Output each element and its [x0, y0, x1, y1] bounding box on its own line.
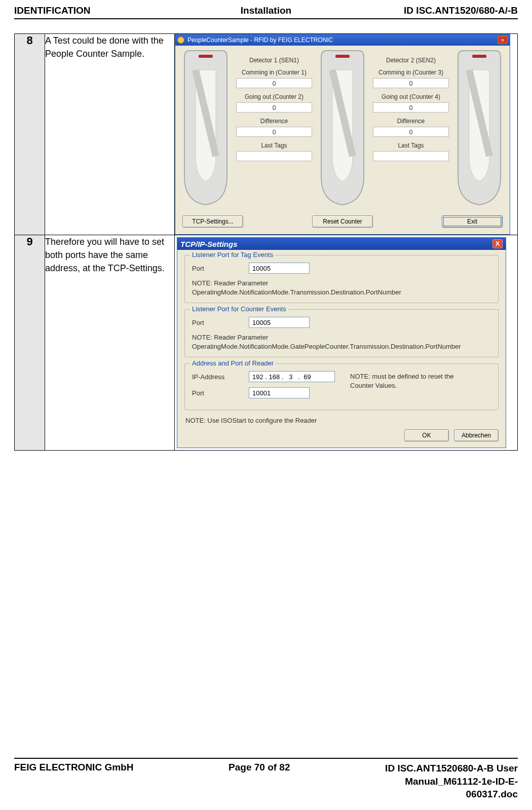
- window-title: PeopleCounterSample - RFID by FEIG ELECT…: [187, 36, 333, 44]
- gate-middle-image: [317, 50, 368, 207]
- port-label: Port: [192, 319, 239, 326]
- detector-1-panel: Detector 1 (SEN1) Comming in (Counter 1)…: [232, 50, 316, 211]
- detector-2-panel: Detector 2 (SEN2) Comming in (Counter 3)…: [369, 50, 453, 211]
- counter-4-label: Going out (Counter 4): [369, 93, 453, 100]
- header-right: ID ISC.ANT1520/680-A/-B: [350, 5, 518, 16]
- close-icon[interactable]: X: [492, 239, 503, 248]
- counter-port-input[interactable]: [249, 317, 310, 328]
- counter-1-value: 0: [236, 78, 312, 88]
- counter-1-label: Comming in (Counter 1): [232, 69, 316, 76]
- footer-center: Page 70 of 82: [229, 762, 290, 801]
- table-row: 9 Therefore you will have to set both po…: [15, 235, 518, 451]
- step-screenshot: TCP/IP-Settings X Listener Port for Tag …: [175, 235, 518, 451]
- group-legend: Listener Port for Counter Events: [190, 305, 288, 313]
- last-tags-2-field[interactable]: [373, 151, 449, 161]
- footer-right: ID ISC.ANT1520680-A-B User Manual_M61112…: [385, 762, 518, 801]
- counter-3-value: 0: [373, 78, 449, 88]
- step-screenshot: PeopleCounterSample - RFID by FEIG ELECT…: [175, 34, 518, 235]
- counter-2-value: 0: [236, 102, 312, 113]
- app-icon: [177, 36, 184, 44]
- detector-2-title: Detector 2 (SEN2): [369, 57, 453, 64]
- steps-table: 8 A Test could be done with the People C…: [14, 33, 518, 451]
- titlebar: PeopleCounterSample - RFID by FEIG ELECT…: [175, 34, 510, 46]
- header-left: IDENTIFICATION: [14, 5, 182, 16]
- difference-2-value: 0: [373, 127, 449, 137]
- last-tags-1-label: Last Tags: [232, 142, 316, 149]
- isostart-note: NOTE: Use ISOStart to configure the Read…: [185, 416, 499, 425]
- tag-port-input[interactable]: [249, 263, 310, 274]
- counter-4-value: 0: [373, 102, 449, 113]
- close-icon[interactable]: ×: [498, 36, 508, 44]
- ok-button[interactable]: OK: [404, 429, 449, 441]
- ip-address-label: IP-Address: [192, 373, 239, 381]
- people-counter-window: PeopleCounterSample - RFID by FEIG ELECT…: [175, 34, 510, 235]
- svg-rect-2: [335, 55, 350, 58]
- last-tags-1-field[interactable]: [236, 151, 312, 161]
- detector-1-title: Detector 1 (SEN1): [232, 57, 316, 64]
- counter-port-note: NOTE: Reader Parameter OperatingMode.Not…: [192, 333, 491, 351]
- last-tags-2-label: Last Tags: [369, 142, 453, 149]
- svg-rect-0: [199, 55, 213, 58]
- gate-right-image: [454, 50, 505, 207]
- reader-note: NOTE: must be defined to reset the Count…: [350, 371, 457, 390]
- step-number: 9: [15, 235, 45, 451]
- tcp-ip-settings-dialog: TCP/IP-Settings X Listener Port for Tag …: [177, 237, 506, 448]
- page-header: IDENTIFICATION Installation ID ISC.ANT15…: [14, 5, 518, 19]
- step-description: A Test could be done with the People Cou…: [45, 34, 175, 235]
- ip-address-input[interactable]: [249, 371, 335, 382]
- page-footer: FEIG ELECTRONIC GmbH Page 70 of 82 ID IS…: [14, 758, 518, 801]
- port-label: Port: [192, 389, 239, 397]
- difference-1-value: 0: [236, 127, 312, 137]
- table-row: 8 A Test could be done with the People C…: [15, 34, 518, 235]
- counter-events-group: Listener Port for Counter Events Port NO…: [184, 309, 499, 357]
- svg-rect-4: [472, 55, 486, 58]
- tcp-settings-button[interactable]: TCP-Settings...: [182, 215, 243, 228]
- step-description: Therefore you will have to set both port…: [45, 235, 175, 451]
- tag-port-note: NOTE: Reader Parameter OperatingMode.Not…: [192, 279, 491, 297]
- group-legend: Address and Port of Reader: [190, 359, 276, 367]
- tag-events-group: Listener Port for Tag Events Port NOTE: …: [184, 255, 499, 303]
- counter-2-label: Going out (Counter 2): [232, 93, 316, 100]
- step-number: 8: [15, 34, 45, 235]
- difference-1-label: Difference: [232, 118, 316, 125]
- dialog-title: TCP/IP-Settings: [180, 240, 238, 248]
- footer-left: FEIG ELECTRONIC GmbH: [14, 762, 133, 801]
- group-legend: Listener Port for Tag Events: [190, 251, 275, 259]
- reader-address-group: Address and Port of Reader IP-Address Po…: [184, 363, 499, 410]
- difference-2-label: Difference: [369, 118, 453, 125]
- cancel-button[interactable]: Abbrechen: [454, 429, 499, 441]
- port-label: Port: [192, 265, 239, 272]
- exit-button[interactable]: Exit: [442, 215, 503, 228]
- header-center: Installation: [182, 5, 350, 16]
- reader-port-input[interactable]: [249, 387, 310, 398]
- gate-left-image: [180, 50, 231, 207]
- counter-3-label: Comming in (Counter 3): [369, 69, 453, 76]
- dialog-titlebar: TCP/IP-Settings X: [177, 238, 506, 250]
- reset-counter-button[interactable]: Reset Counter: [312, 215, 373, 228]
